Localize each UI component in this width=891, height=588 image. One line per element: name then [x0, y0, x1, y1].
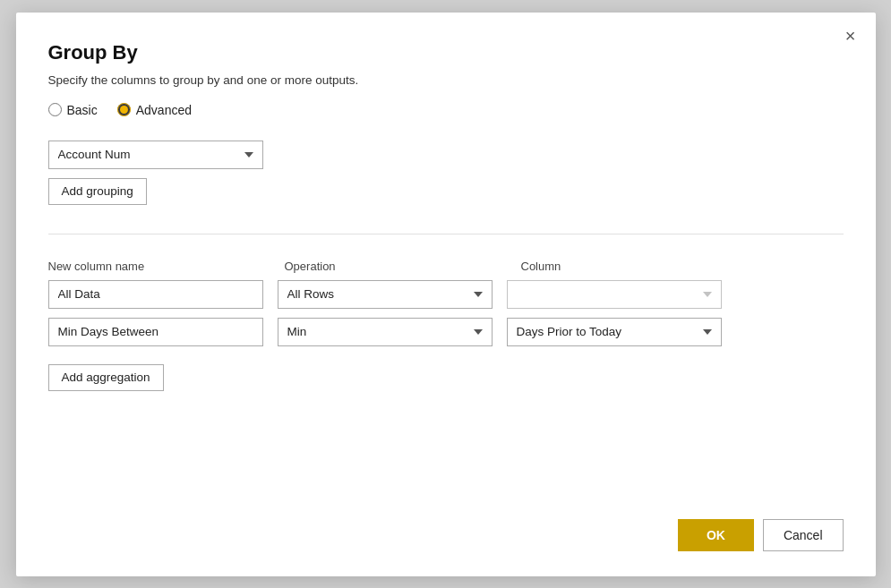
radio-advanced-label: Advanced	[136, 103, 192, 117]
radio-group: Basic Advanced	[48, 103, 844, 117]
aggregation-section: New column name Operation Column All Row…	[48, 260, 844, 391]
dialog-footer: OK Cancel	[48, 510, 844, 551]
header-col-name: New column name	[48, 260, 270, 273]
aggregation-row-2: All Rows Min Max Sum Count Average Days …	[48, 318, 844, 346]
col-name-input-1[interactable]	[48, 280, 263, 309]
add-aggregation-button[interactable]: Add aggregation	[48, 364, 164, 391]
account-num-dropdown[interactable]: Account Num Account Name Date Amount	[48, 141, 263, 169]
radio-advanced-input[interactable]	[117, 103, 131, 116]
radio-advanced[interactable]: Advanced	[117, 103, 192, 117]
radio-basic-label: Basic	[67, 103, 98, 117]
column-select-1	[507, 280, 722, 309]
column-select-2[interactable]: Days Prior to Today Account Num Amount D…	[507, 318, 722, 346]
header-operation: Operation	[285, 260, 507, 273]
ok-button[interactable]: OK	[678, 519, 754, 551]
aggregation-headers: New column name Operation Column	[48, 260, 844, 273]
radio-basic-input[interactable]	[48, 103, 62, 116]
section-divider	[48, 234, 844, 234]
add-grouping-button[interactable]: Add grouping	[48, 178, 147, 205]
operation-select-2[interactable]: All Rows Min Max Sum Count Average	[278, 318, 493, 346]
group-by-dialog: × Group By Specify the columns to group …	[16, 13, 876, 576]
header-column: Column	[521, 260, 743, 273]
col-name-input-2[interactable]	[48, 318, 263, 346]
aggregation-row-1: All Rows Min Max Sum Count Average	[48, 280, 844, 309]
close-button[interactable]: ×	[840, 25, 861, 47]
dialog-subtitle: Specify the columns to group by and one …	[48, 73, 844, 87]
dialog-title: Group By	[48, 41, 844, 64]
grouping-area: Account Num Account Name Date Amount Add…	[48, 141, 844, 205]
operation-select-1[interactable]: All Rows Min Max Sum Count Average	[278, 280, 493, 309]
cancel-button[interactable]: Cancel	[763, 519, 844, 551]
radio-basic[interactable]: Basic	[48, 103, 98, 117]
